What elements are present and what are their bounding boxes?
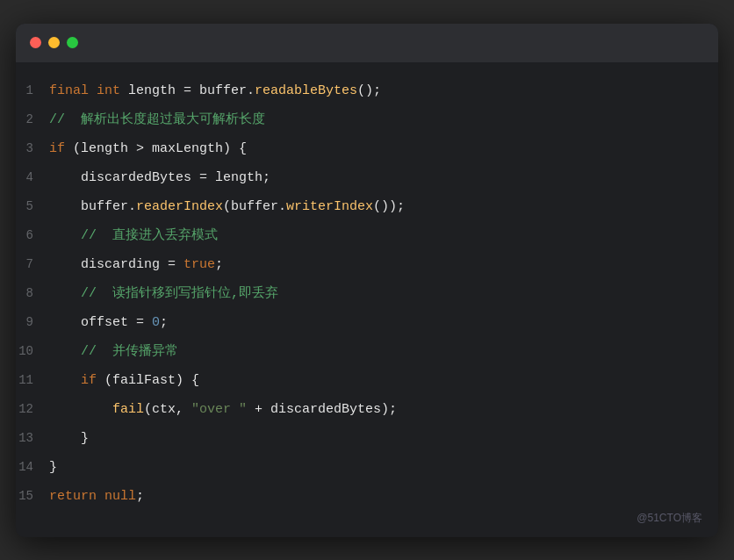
line-number: 1 bbox=[16, 76, 49, 104]
code-token: + discardedBytes); bbox=[247, 402, 397, 417]
code-token bbox=[49, 373, 81, 388]
code-token: readerIndex bbox=[136, 199, 223, 214]
code-token: ; bbox=[215, 257, 223, 272]
line-number: 5 bbox=[16, 192, 49, 220]
table-row: 9 offset = 0; bbox=[16, 308, 718, 337]
line-number: 7 bbox=[16, 250, 49, 278]
code-token: discarding = bbox=[49, 257, 184, 272]
code-token: (failFast) { bbox=[97, 373, 199, 388]
code-text: offset = 0; bbox=[49, 309, 697, 337]
code-token: (); bbox=[357, 83, 381, 98]
code-token: } bbox=[49, 431, 89, 446]
code-token: final bbox=[49, 83, 89, 98]
code-token: (ctx, bbox=[144, 402, 191, 417]
code-token bbox=[97, 489, 104, 504]
code-token: ; bbox=[136, 489, 144, 504]
code-token: (length > maxLength) { bbox=[65, 141, 247, 156]
line-number: 3 bbox=[16, 134, 49, 162]
table-row: 7 discarding = true; bbox=[16, 250, 718, 279]
code-token: // 读指针移到写指针位,即丢弃 bbox=[49, 286, 278, 301]
code-token: // 直接进入丢弃模式 bbox=[49, 228, 218, 243]
code-text: discardedBytes = length; bbox=[49, 164, 697, 192]
table-row: 3if (length > maxLength) { bbox=[16, 134, 718, 163]
code-token bbox=[89, 83, 97, 98]
table-row: 15return null; bbox=[16, 482, 718, 511]
code-token: readableBytes bbox=[255, 83, 357, 98]
code-text: // 读指针移到写指针位,即丢弃 bbox=[49, 280, 697, 308]
table-row: 14} bbox=[16, 453, 718, 482]
code-text: } bbox=[49, 425, 697, 453]
code-text: if (length > maxLength) { bbox=[49, 135, 697, 163]
line-number: 9 bbox=[16, 308, 49, 336]
code-text: // 直接进入丢弃模式 bbox=[49, 222, 697, 250]
titlebar bbox=[16, 24, 718, 62]
table-row: 5 buffer.readerIndex(buffer.writerIndex(… bbox=[16, 192, 718, 221]
code-token bbox=[49, 402, 112, 417]
line-number: 4 bbox=[16, 163, 49, 191]
code-text: // 解析出长度超过最大可解析长度 bbox=[49, 106, 697, 134]
code-text: final int length = buffer.readableBytes(… bbox=[49, 77, 697, 105]
table-row: 4 discardedBytes = length; bbox=[16, 163, 718, 192]
table-row: 11 if (failFast) { bbox=[16, 366, 718, 395]
code-token: "over " bbox=[191, 402, 247, 417]
line-number: 10 bbox=[16, 337, 49, 365]
line-number: 2 bbox=[16, 105, 49, 133]
table-row: 6 // 直接进入丢弃模式 bbox=[16, 221, 718, 250]
line-number: 11 bbox=[16, 366, 49, 394]
code-text: if (failFast) { bbox=[49, 367, 697, 395]
code-token: int bbox=[97, 83, 120, 98]
table-row: 12 fail(ctx, "over " + discardedBytes); bbox=[16, 395, 718, 424]
code-window: 1final int length = buffer.readableBytes… bbox=[16, 24, 718, 537]
code-text: buffer.readerIndex(buffer.writerIndex())… bbox=[49, 193, 697, 221]
code-token: if bbox=[49, 141, 65, 156]
code-token: ()); bbox=[373, 199, 405, 214]
code-token: (buffer. bbox=[223, 199, 286, 214]
code-token: if bbox=[81, 373, 97, 388]
maximize-dot[interactable] bbox=[67, 37, 78, 48]
minimize-dot[interactable] bbox=[48, 37, 60, 48]
line-number: 8 bbox=[16, 279, 49, 307]
table-row: 10 // 并传播异常 bbox=[16, 337, 718, 366]
code-token: length = buffer. bbox=[120, 83, 255, 98]
code-token: buffer. bbox=[49, 199, 136, 214]
code-token: // 并传播异常 bbox=[49, 344, 178, 359]
code-text: } bbox=[49, 454, 697, 482]
line-number: 14 bbox=[16, 453, 49, 481]
line-number: 15 bbox=[16, 482, 49, 510]
code-token: true bbox=[184, 257, 215, 272]
code-token: writerIndex bbox=[286, 199, 373, 214]
line-number: 12 bbox=[16, 395, 49, 423]
line-number: 13 bbox=[16, 424, 49, 452]
code-text: fail(ctx, "over " + discardedBytes); bbox=[49, 396, 697, 424]
code-token: // 解析出长度超过最大可解析长度 bbox=[49, 112, 265, 127]
table-row: 1final int length = buffer.readableBytes… bbox=[16, 76, 718, 105]
code-token: ; bbox=[160, 315, 168, 330]
code-token: null bbox=[104, 489, 136, 504]
code-text: // 并传播异常 bbox=[49, 338, 697, 366]
code-token: return bbox=[49, 489, 97, 504]
table-row: 8 // 读指针移到写指针位,即丢弃 bbox=[16, 279, 718, 308]
code-token: 0 bbox=[152, 315, 160, 330]
table-row: 13 } bbox=[16, 424, 718, 453]
code-token: offset = bbox=[49, 315, 152, 330]
close-dot[interactable] bbox=[30, 37, 41, 48]
watermark: @51CTO博客 bbox=[637, 504, 702, 532]
code-text: return null; bbox=[49, 483, 697, 511]
table-row: 2// 解析出长度超过最大可解析长度 bbox=[16, 105, 718, 134]
code-text: discarding = true; bbox=[49, 251, 697, 279]
code-area: 1final int length = buffer.readableBytes… bbox=[16, 62, 718, 537]
code-token: } bbox=[49, 460, 57, 475]
code-token: fail bbox=[112, 402, 144, 417]
code-token: discardedBytes = length; bbox=[49, 170, 270, 185]
line-number: 6 bbox=[16, 221, 49, 249]
